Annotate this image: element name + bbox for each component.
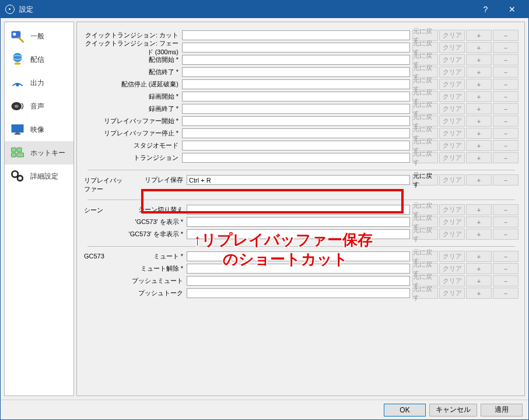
section: シーンシーン切り替え元に戻すクリア+–'GC573' を表示 *元に戻すクリア+… [82, 204, 519, 240]
clear-button[interactable]: クリア [439, 66, 465, 78]
revert-button[interactable]: 元に戻す [412, 288, 438, 299]
sidebar-item-advanced[interactable]: 詳細設定 [5, 164, 73, 188]
clear-button[interactable]: クリア [439, 229, 465, 240]
add-button[interactable]: + [466, 275, 492, 286]
hotkey-input[interactable]: Ctrl + R [187, 175, 410, 185]
sidebar-item-audio[interactable]: 音声 [5, 94, 73, 118]
remove-button[interactable]: – [493, 66, 519, 78]
add-button[interactable]: + [466, 128, 492, 139]
clear-button[interactable]: クリア [439, 263, 465, 274]
hotkey-label: 録画開始 * [82, 92, 182, 101]
clear-button[interactable]: クリア [439, 174, 465, 186]
add-button[interactable]: + [466, 91, 492, 102]
clear-button[interactable]: クリア [439, 103, 465, 114]
hotkey-input[interactable] [187, 217, 410, 227]
remove-button[interactable]: – [493, 229, 519, 240]
speaker-icon [9, 98, 26, 114]
remove-button[interactable]: – [493, 116, 519, 127]
hotkey-input[interactable] [187, 229, 410, 239]
clear-button[interactable]: クリア [439, 42, 465, 53]
add-button[interactable]: + [466, 30, 492, 41]
clear-button[interactable]: クリア [439, 30, 465, 41]
clear-button[interactable]: クリア [439, 91, 465, 102]
remove-button[interactable]: – [493, 263, 519, 274]
hotkey-input[interactable] [182, 79, 410, 89]
clear-button[interactable]: クリア [439, 288, 465, 299]
add-button[interactable]: + [466, 152, 492, 163]
remove-button[interactable]: – [493, 128, 519, 139]
sidebar-item-label: 配信 [30, 55, 44, 65]
clear-button[interactable]: クリア [439, 152, 465, 163]
remove-button[interactable]: – [493, 216, 519, 228]
hotkey-input[interactable] [182, 116, 410, 126]
remove-button[interactable]: – [493, 140, 519, 151]
hotkey-input[interactable] [187, 276, 410, 286]
clear-button[interactable]: クリア [439, 251, 465, 262]
hotkey-input[interactable] [182, 104, 410, 114]
clear-button[interactable]: クリア [439, 79, 465, 90]
add-button[interactable]: + [466, 263, 492, 274]
hotkey-input[interactable] [182, 55, 410, 65]
remove-button[interactable]: – [493, 275, 519, 286]
remove-button[interactable]: – [493, 103, 519, 114]
hotkey-input[interactable] [182, 128, 410, 138]
add-button[interactable]: + [466, 229, 492, 240]
revert-button[interactable]: 元に戻す [412, 152, 438, 163]
add-button[interactable]: + [466, 204, 492, 215]
add-button[interactable]: + [466, 42, 492, 53]
add-button[interactable]: + [466, 79, 492, 90]
remove-button[interactable]: – [493, 42, 519, 53]
remove-button[interactable]: – [493, 288, 519, 299]
help-button[interactable]: ? [472, 1, 499, 18]
remove-button[interactable]: – [493, 79, 519, 90]
remove-button[interactable]: – [493, 251, 519, 262]
hotkey-input[interactable] [187, 288, 410, 298]
clear-button[interactable]: クリア [439, 275, 465, 286]
remove-button[interactable]: – [493, 54, 519, 65]
sidebar-item-output[interactable]: 出力 [5, 71, 73, 94]
remove-button[interactable]: – [493, 152, 519, 163]
hotkey-input[interactable] [182, 153, 410, 163]
add-button[interactable]: + [466, 66, 492, 78]
hotkey-input[interactable] [182, 141, 410, 150]
clear-button[interactable]: クリア [439, 140, 465, 151]
hotkey-input[interactable] [187, 205, 410, 215]
add-button[interactable]: + [466, 140, 492, 151]
sidebar-item-general[interactable]: 一般 [5, 24, 73, 48]
sidebar-item-hotkeys[interactable]: ホットキー [5, 141, 73, 164]
clear-button[interactable]: クリア [439, 128, 465, 139]
hotkey-label: トランジション [82, 153, 182, 162]
hotkey-input[interactable] [182, 43, 410, 52]
remove-button[interactable]: – [493, 91, 519, 102]
clear-button[interactable]: クリア [439, 116, 465, 127]
revert-button[interactable]: 元に戻す [412, 174, 438, 186]
sidebar-item-video[interactable]: 映像 [5, 118, 73, 141]
clear-button[interactable]: クリア [439, 216, 465, 228]
hotkey-input[interactable] [187, 251, 410, 261]
sidebar-item-stream[interactable]: 配信 [5, 48, 73, 71]
add-button[interactable]: + [466, 103, 492, 114]
hotkey-row: 録画終了 *元に戻すクリア+– [82, 103, 519, 115]
hotkey-input[interactable] [182, 67, 410, 77]
add-button[interactable]: + [466, 288, 492, 299]
apply-button[interactable]: 適用 [481, 404, 523, 416]
hotkey-input[interactable] [187, 264, 410, 274]
add-button[interactable]: + [466, 216, 492, 228]
add-button[interactable]: + [466, 54, 492, 65]
add-button[interactable]: + [466, 116, 492, 127]
remove-button[interactable]: – [493, 204, 519, 215]
globe-icon [9, 51, 26, 68]
clear-button[interactable]: クリア [439, 54, 465, 65]
close-button[interactable]: ✕ [499, 1, 525, 18]
revert-button[interactable]: 元に戻す [412, 229, 438, 240]
add-button[interactable]: + [466, 251, 492, 262]
remove-button[interactable]: – [493, 174, 519, 186]
hotkey-input[interactable] [182, 92, 410, 102]
add-button[interactable]: + [466, 174, 492, 186]
cancel-button[interactable]: キャンセル [429, 404, 477, 416]
hotkey-label: 配信開始 * [82, 55, 182, 64]
ok-button[interactable]: OK [384, 404, 426, 416]
clear-button[interactable]: クリア [439, 204, 465, 215]
remove-button[interactable]: – [493, 30, 519, 41]
hotkey-input[interactable] [182, 30, 410, 40]
